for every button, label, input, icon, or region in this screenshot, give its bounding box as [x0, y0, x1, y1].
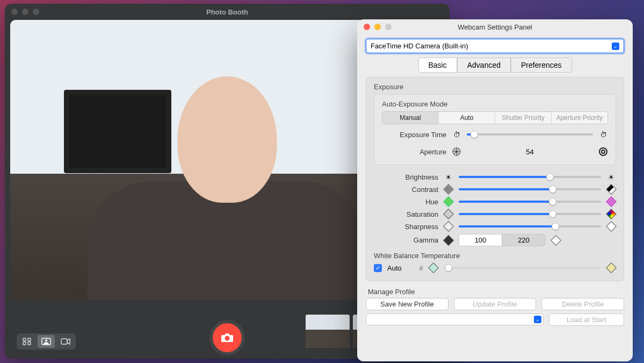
- hue-max-icon: [606, 197, 616, 207]
- sharpness-min-icon: [444, 222, 453, 231]
- wb-hash-label: #: [407, 264, 423, 272]
- save-profile-button[interactable]: Save New Profile: [366, 298, 448, 310]
- saturation-row: Saturation: [374, 209, 616, 219]
- svg-rect-3: [28, 342, 31, 345]
- video-mode-button[interactable]: [57, 335, 74, 348]
- hue-slider[interactable]: [459, 197, 601, 206]
- manage-profile-title: Manage Profile: [368, 288, 624, 296]
- aperture-min-icon: [452, 147, 461, 156]
- saturation-label: Saturation: [374, 210, 438, 218]
- svg-rect-1: [28, 338, 31, 341]
- wb-row: ✓ Auto #: [374, 263, 616, 273]
- gamma-hi-value[interactable]: 220: [502, 234, 545, 246]
- camera-select-value: FaceTime HD Camera (Built-in): [371, 42, 468, 50]
- brightness-label: Brightness: [374, 173, 438, 181]
- mode-aperture-priority[interactable]: Aperture Priority: [552, 112, 607, 124]
- wb-slider: [444, 264, 601, 272]
- photo-booth-title: Photo Booth: [206, 8, 248, 16]
- saturation-min-icon: [444, 209, 453, 219]
- hue-min-icon: [444, 197, 453, 207]
- photo-booth-traffic-lights[interactable]: [11, 9, 39, 15]
- shutter-button[interactable]: [213, 323, 242, 352]
- wb-title: White Balance Temperature: [374, 252, 616, 260]
- minimize-icon[interactable]: [374, 24, 381, 30]
- saturation-max-icon: [606, 209, 616, 219]
- minimize-icon[interactable]: [22, 9, 28, 15]
- exposure-title: Exposure: [374, 83, 616, 91]
- delete-profile-button[interactable]: Delete Profile: [541, 298, 624, 310]
- mode-auto[interactable]: Auto: [439, 112, 495, 124]
- close-icon[interactable]: [364, 24, 370, 30]
- wb-auto-checkbox[interactable]: ✓: [374, 264, 382, 272]
- contrast-row: Contrast: [374, 184, 616, 194]
- hue-label: Hue: [374, 198, 438, 206]
- aperture-max-icon: [598, 147, 608, 156]
- svg-point-5: [45, 339, 47, 341]
- mode-switcher[interactable]: [17, 333, 76, 350]
- sharpness-row: Sharpness: [374, 222, 616, 231]
- camera-select[interactable]: FaceTime HD Camera (Built-in) ⌄: [366, 39, 624, 53]
- profile-select[interactable]: ⌄: [366, 314, 544, 325]
- brightness-max-icon: ☀: [606, 172, 616, 182]
- zoom-icon[interactable]: [385, 24, 392, 30]
- exposure-group: Exposure Auto-Exposure Mode Manual Auto …: [366, 77, 624, 281]
- webcam-settings-window: Webcam Settings Panel FaceTime HD Camera…: [357, 19, 633, 361]
- svg-point-9: [602, 150, 605, 153]
- settings-titlebar: Webcam Settings Panel: [357, 19, 633, 34]
- settings-traffic-lights[interactable]: [364, 24, 392, 30]
- exposure-time-row: Exposure Time ⏱ ⏱: [382, 130, 608, 139]
- tab-advanced[interactable]: Advanced: [457, 58, 511, 73]
- brightness-row: Brightness ☀ ☀: [374, 172, 616, 182]
- wb-warm-icon: [606, 263, 616, 273]
- settings-tabs: Basic Advanced Preferences: [366, 58, 624, 73]
- camera-icon: [221, 332, 234, 343]
- close-icon[interactable]: [11, 9, 18, 15]
- stopwatch-min-icon: ⏱: [452, 130, 461, 139]
- saturation-slider[interactable]: [459, 210, 601, 218]
- dropdown-arrows-icon: ⌄: [534, 316, 541, 323]
- zoom-icon[interactable]: [33, 9, 39, 15]
- manage-profile-section: Manage Profile Save New Profile Update P…: [366, 286, 624, 326]
- tab-basic[interactable]: Basic: [418, 58, 457, 73]
- sharpness-max-icon: [606, 222, 616, 231]
- sharpness-slider[interactable]: [459, 222, 601, 231]
- svg-rect-2: [23, 342, 26, 345]
- photo-booth-titlebar: Photo Booth: [5, 4, 450, 20]
- auto-exposure-title: Auto-Exposure Mode: [382, 100, 608, 108]
- contrast-slider[interactable]: [459, 185, 601, 194]
- auto-exposure-inner: Auto-Exposure Mode Manual Auto Shutter P…: [374, 94, 616, 165]
- gamma-max-icon: [551, 236, 561, 245]
- update-profile-button[interactable]: Update Profile: [454, 298, 537, 310]
- gamma-min-icon: [444, 236, 453, 245]
- stopwatch-max-icon: ⏱: [598, 130, 608, 139]
- aperture-row: Aperture 54: [382, 147, 608, 156]
- exposure-time-label: Exposure Time: [382, 131, 446, 139]
- contrast-max-icon: [606, 184, 616, 194]
- wb-cool-icon: [429, 263, 438, 273]
- aperture-label: Aperture: [382, 148, 446, 156]
- person-silhouette: [82, 95, 372, 300]
- gamma-row: Gamma 100 220: [374, 234, 616, 246]
- hue-row: Hue: [374, 197, 616, 207]
- single-mode-button[interactable]: [38, 335, 55, 348]
- mode-manual[interactable]: Manual: [382, 112, 439, 124]
- gamma-lo-value[interactable]: 100: [459, 234, 502, 246]
- exposure-time-slider[interactable]: [467, 130, 593, 139]
- svg-rect-0: [23, 338, 26, 341]
- exposure-mode-segmented[interactable]: Manual Auto Shutter Priority Aperture Pr…: [382, 111, 608, 124]
- brightness-slider[interactable]: [459, 173, 601, 181]
- aperture-value: 54: [467, 148, 593, 156]
- gamma-label: Gamma: [374, 236, 438, 244]
- sharpness-label: Sharpness: [374, 223, 438, 231]
- svg-rect-6: [61, 339, 67, 344]
- mode-shutter-priority[interactable]: Shutter Priority: [495, 112, 552, 124]
- wb-auto-label: Auto: [387, 264, 402, 272]
- tab-preferences[interactable]: Preferences: [511, 58, 571, 73]
- grid-mode-button[interactable]: [18, 335, 35, 348]
- settings-title: Webcam Settings Panel: [458, 23, 532, 31]
- dropdown-arrows-icon: ⌄: [612, 42, 619, 50]
- load-at-start-button[interactable]: Load at Start: [549, 314, 624, 326]
- contrast-min-icon: [444, 184, 453, 194]
- brightness-min-icon: ☀: [444, 172, 453, 182]
- gamma-stepper[interactable]: 100 220: [459, 234, 546, 246]
